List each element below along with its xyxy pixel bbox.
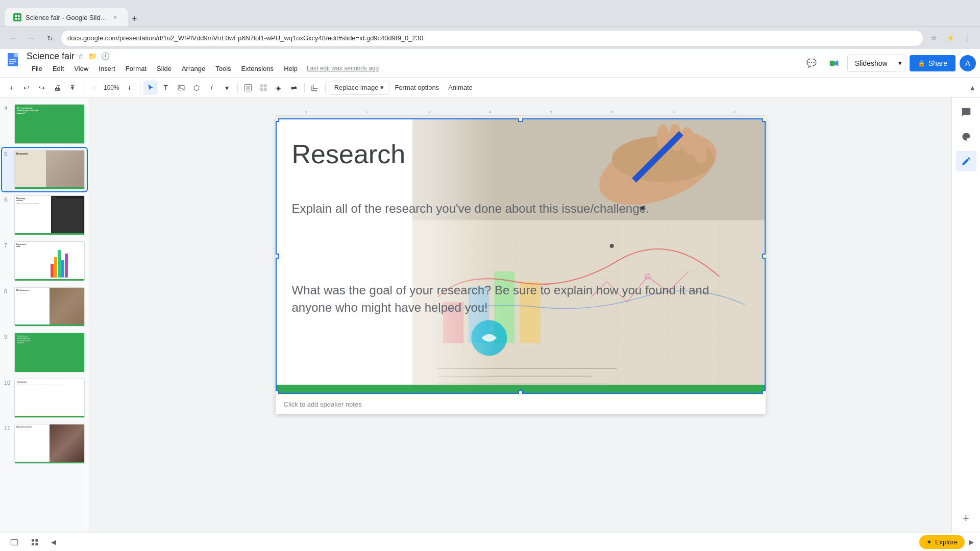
slide-thumb-4[interactable]: 4 The hypothesis...What do you think wil… [2, 102, 87, 146]
last-edit-label[interactable]: Last edit was seconds ago [307, 65, 379, 72]
svg-rect-14 [246, 86, 250, 90]
main-content: 4 The hypothesis...What do you think wil… [0, 98, 980, 533]
slide-thumb-10[interactable]: 10 Conclusion What do you conclude? Did … [2, 377, 87, 420]
menu-help[interactable]: Help [279, 62, 303, 76]
forward-button[interactable]: → [24, 31, 39, 45]
cursor-tool[interactable] [143, 81, 158, 95]
format-options-button[interactable]: Format options [390, 81, 443, 95]
menu-tools[interactable]: Tools [210, 62, 236, 76]
crop-tool[interactable] [308, 81, 322, 95]
theme-tool[interactable]: ◈ [272, 81, 286, 95]
slide-thumb-7[interactable]: 7 Experimentdata [2, 239, 87, 283]
svg-rect-1 [18, 15, 20, 17]
layout-tool[interactable] [256, 81, 271, 95]
paint-format-button[interactable] [65, 81, 80, 95]
text-tool[interactable]: T [159, 81, 173, 95]
slide-thumb-9[interactable]: 9 This is the mostimportant takeawaythat… [2, 331, 87, 374]
right-panel: + [951, 98, 980, 533]
add-button[interactable]: + [4, 81, 18, 95]
speaker-notes-placeholder: Click to add speaker notes [284, 400, 362, 408]
star-button[interactable]: ☆ [77, 51, 85, 61]
address-bar-row: ← → ↻ ☆ ⚡ ⋮ [0, 27, 980, 49]
app-container: Science fair ☆ 📁 🕐 File Edit View Insert… [0, 49, 980, 551]
slide-number-8: 8 [4, 287, 11, 294]
browser-actions: ☆ ⚡ ⋮ [927, 31, 974, 45]
bookmark-button[interactable]: ☆ [927, 31, 941, 45]
slide-body2: What was the goal of your research? Be s… [292, 282, 749, 316]
slide-number-5: 5 [4, 150, 11, 157]
svg-rect-16 [263, 84, 266, 87]
background-tool[interactable] [241, 81, 255, 95]
replace-image-button[interactable]: Replace image ▾ [329, 81, 390, 95]
transition-tool[interactable]: ⇌ [287, 81, 301, 95]
print-button[interactable]: 🖨 [50, 81, 64, 95]
slide-title: Research [292, 139, 406, 169]
zoom-percent[interactable]: 100% [102, 81, 121, 95]
title-icons: ☆ 📁 🕐 [77, 51, 111, 61]
collapse-toolbar-button[interactable]: ▲ [969, 84, 976, 92]
explore-label: Explore [935, 538, 958, 546]
svg-rect-5 [14, 53, 18, 57]
new-tab-button[interactable]: + [128, 12, 141, 27]
more-shapes-tool[interactable]: ▾ [220, 81, 234, 95]
animate-button[interactable]: Animate [444, 81, 477, 95]
image-tool[interactable] [174, 81, 188, 95]
svg-rect-18 [263, 88, 266, 91]
collapse-panel-button[interactable]: ◀ [47, 536, 60, 548]
svg-rect-9 [829, 61, 835, 66]
tab-title: Science fair - Google Slides [26, 14, 107, 21]
shape-tool[interactable]: ⬡ [189, 81, 204, 95]
slideshow-dropdown-button[interactable]: ▾ [895, 55, 905, 71]
svg-text:3: 3 [427, 110, 430, 114]
slideshow-button[interactable]: Slideshow [847, 55, 895, 72]
expand-button[interactable]: ▶ [969, 538, 974, 546]
folder-button[interactable]: 📁 [87, 51, 98, 61]
slide-view-button[interactable] [6, 536, 22, 548]
canvas-area[interactable]: 1 2 3 4 5 6 7 8 [89, 98, 951, 533]
menu-file[interactable]: File [27, 62, 47, 76]
browser-menu-button[interactable]: ⋮ [960, 31, 974, 45]
account-avatar[interactable]: A [960, 55, 976, 71]
undo-button[interactable]: ↩ [19, 81, 34, 95]
menu-edit[interactable]: Edit [47, 62, 69, 76]
menu-arrange[interactable]: Arrange [177, 62, 210, 76]
history-button[interactable]: 🕐 [100, 51, 111, 61]
redo-button[interactable]: ↪ [35, 81, 49, 95]
share-button[interactable]: 🔒 Share [910, 55, 955, 71]
right-add-button[interactable]: + [956, 508, 976, 529]
slide-number-10: 10 [4, 379, 11, 386]
svg-rect-65 [35, 543, 38, 545]
slide-thumb-6[interactable]: 6 My testingmethod Explain how you teste… [2, 193, 87, 237]
tab-close-button[interactable]: × [111, 13, 119, 21]
menu-view[interactable]: View [69, 62, 93, 76]
explore-button[interactable]: ✦ Explore [919, 535, 965, 549]
right-comment-button[interactable] [956, 102, 976, 122]
zoom-in-button[interactable]: + [122, 81, 137, 95]
slide-preview-11: What will we do next? [14, 424, 85, 464]
slide-preview-4: The hypothesis...What do you think willh… [14, 104, 85, 144]
slide-thumb-5[interactable]: 5 Research [2, 148, 87, 192]
slide-number-9: 9 [4, 333, 11, 340]
grid-view-button[interactable] [27, 536, 43, 548]
menu-extensions[interactable]: Extensions [236, 62, 279, 76]
back-button[interactable]: ← [6, 31, 20, 45]
address-input[interactable] [61, 31, 923, 46]
menu-slide[interactable]: Slide [152, 62, 177, 76]
active-tab[interactable]: Science fair - Google Slides × [5, 8, 128, 27]
menu-format[interactable]: Format [120, 62, 152, 76]
right-theme-button[interactable] [956, 127, 976, 147]
svg-rect-7 [9, 61, 16, 62]
speaker-notes[interactable]: Click to add speaker notes [276, 394, 766, 414]
line-tool[interactable]: / [205, 81, 219, 95]
right-format-button[interactable] [956, 151, 976, 171]
slide-thumb-11[interactable]: 11 What will we do next? [2, 422, 87, 466]
slide-thumb-8[interactable]: 8 My discoveries What did you find? [2, 285, 87, 329]
reload-button[interactable]: ↻ [43, 31, 57, 45]
slide-preview-5: Research [14, 150, 85, 190]
zoom-out-button[interactable]: − [86, 81, 101, 95]
menu-insert[interactable]: Insert [93, 62, 120, 76]
extension-button[interactable]: ⚡ [943, 31, 958, 45]
meet-button[interactable] [825, 54, 843, 72]
comment-button[interactable]: 💬 [802, 54, 821, 72]
menu-bar: File Edit View Insert Format Slide Arran… [27, 62, 379, 76]
